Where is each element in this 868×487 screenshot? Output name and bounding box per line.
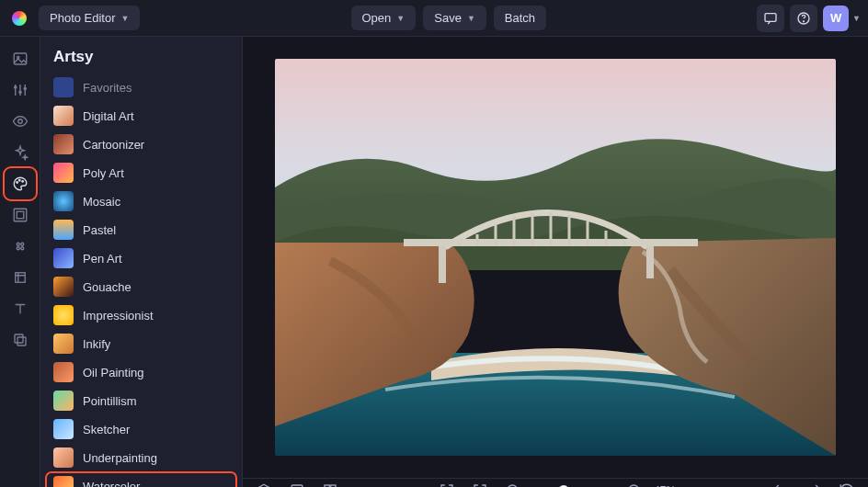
layers-button[interactable] — [252, 479, 276, 487]
effect-item-favorites[interactable]: Favorites — [46, 74, 236, 101]
open-button[interactable]: Open ▼ — [351, 6, 417, 30]
svg-point-17 — [20, 247, 23, 250]
effect-label: Pen Art — [83, 252, 122, 266]
redo-button[interactable] — [802, 479, 826, 487]
app-mode-dropdown[interactable]: Photo Editor ▼ — [39, 6, 140, 30]
fullscreen-button[interactable] — [435, 479, 459, 487]
help-icon — [796, 11, 811, 26]
effect-item-impressionist[interactable]: Impressionist — [46, 301, 236, 329]
crop-icon — [12, 269, 29, 286]
svg-point-8 — [17, 119, 22, 124]
overlay-icon — [12, 238, 29, 255]
effect-item-watercolor[interactable]: Watercolor — [46, 472, 236, 487]
effect-label: Favorites — [83, 81, 131, 95]
rail-view[interactable] — [6, 107, 35, 136]
chevron-down-icon: ▼ — [121, 14, 130, 23]
svg-point-7 — [24, 87, 26, 89]
effect-item-poly-art[interactable]: Poly Art — [46, 159, 236, 187]
tool-rail — [0, 37, 40, 487]
history-icon — [839, 482, 855, 487]
layers-icon — [256, 482, 272, 487]
svg-rect-13 — [17, 211, 24, 219]
svg-rect-20 — [17, 337, 26, 345]
effect-item-digital-art[interactable]: Digital Art — [46, 102, 236, 130]
app-logo[interactable] — [7, 6, 31, 30]
effect-label: Digital Art — [83, 109, 134, 123]
fit-button[interactable] — [468, 479, 492, 487]
side-panel: Artsy FavoritesDigital ArtCartoonizerPol… — [40, 37, 243, 487]
zoom-in-button[interactable] — [622, 479, 646, 487]
svg-rect-12 — [14, 209, 27, 221]
editing-image[interactable] — [275, 59, 836, 456]
chat-icon — [763, 11, 778, 26]
effect-item-mosaic[interactable]: Mosaic — [46, 187, 236, 215]
effect-item-underpainting[interactable]: Underpainting — [46, 444, 236, 471]
effect-list[interactable]: FavoritesDigital ArtCartoonizerPoly ArtM… — [40, 74, 242, 487]
effect-thumb — [53, 220, 74, 240]
effect-label: Watercolor — [83, 480, 140, 488]
fullscreen-icon — [439, 482, 455, 487]
effect-label: Underpainting — [83, 451, 157, 465]
save-button[interactable]: Save ▼ — [423, 6, 486, 30]
rail-frames[interactable] — [6, 200, 35, 230]
effect-thumb — [53, 334, 74, 354]
svg-point-14 — [17, 243, 19, 245]
effect-label: Inkify — [83, 337, 110, 351]
rail-layers[interactable] — [6, 325, 35, 355]
grid-icon — [322, 482, 338, 487]
effect-thumb — [53, 419, 74, 439]
zoom-in-icon — [626, 482, 643, 487]
svg-point-11 — [21, 181, 23, 183]
svg-point-9 — [16, 182, 17, 184]
rail-effects[interactable] — [6, 138, 35, 167]
effect-label: Oil Painting — [83, 366, 143, 379]
canvas-viewport[interactable] — [243, 37, 868, 478]
rail-adjust[interactable] — [6, 75, 35, 105]
effect-item-sketcher[interactable]: Sketcher — [46, 415, 236, 443]
compare-button[interactable] — [285, 479, 309, 487]
effect-item-cartoonizer[interactable]: Cartoonizer — [46, 130, 236, 158]
zoom-out-button[interactable] — [501, 479, 525, 487]
eye-icon — [12, 113, 29, 130]
effect-thumb — [53, 248, 74, 268]
effect-thumb — [53, 134, 74, 154]
help-button[interactable] — [790, 5, 817, 32]
feedback-button[interactable] — [757, 5, 784, 32]
layers-copy-icon — [12, 332, 29, 348]
effect-thumb — [53, 391, 74, 411]
undo-button[interactable] — [769, 479, 793, 487]
effect-item-gouache[interactable]: Gouache — [46, 273, 236, 300]
effect-label: Mosaic — [83, 195, 120, 209]
avatar: W — [823, 6, 849, 31]
svg-point-2 — [804, 20, 805, 21]
effect-item-inkify[interactable]: Inkify — [46, 330, 236, 357]
account-menu[interactable]: W ▼ — [823, 6, 861, 31]
rail-textures[interactable] — [6, 263, 35, 292]
effect-label: Gouache — [83, 280, 131, 294]
effect-thumb — [53, 362, 74, 382]
effect-item-pen-art[interactable]: Pen Art — [46, 244, 236, 272]
effect-thumb — [53, 447, 74, 468]
effect-label: Pastel — [83, 223, 116, 237]
svg-point-5 — [14, 86, 16, 88]
chevron-down-icon: ▼ — [852, 14, 861, 23]
undo-icon — [772, 482, 789, 487]
grid-button[interactable] — [318, 479, 342, 487]
effect-item-oil-painting[interactable]: Oil Painting — [46, 358, 236, 386]
rail-artsy[interactable] — [6, 169, 35, 198]
palette-icon — [12, 176, 29, 192]
svg-rect-19 — [15, 334, 23, 343]
redo-icon — [805, 482, 822, 487]
rail-overlays[interactable] — [6, 232, 35, 261]
batch-button[interactable]: Batch — [494, 6, 546, 30]
svg-rect-34 — [439, 246, 446, 283]
svg-point-16 — [17, 247, 19, 250]
sparkles-icon — [12, 144, 29, 161]
bottom-toolbar: 47% — [243, 478, 868, 487]
rail-text[interactable] — [6, 294, 35, 323]
frame-icon — [12, 207, 29, 223]
effect-item-pointillism[interactable]: Pointillism — [46, 387, 236, 414]
history-button[interactable] — [835, 479, 859, 487]
effect-item-pastel[interactable]: Pastel — [46, 216, 236, 244]
rail-image[interactable] — [6, 44, 35, 74]
